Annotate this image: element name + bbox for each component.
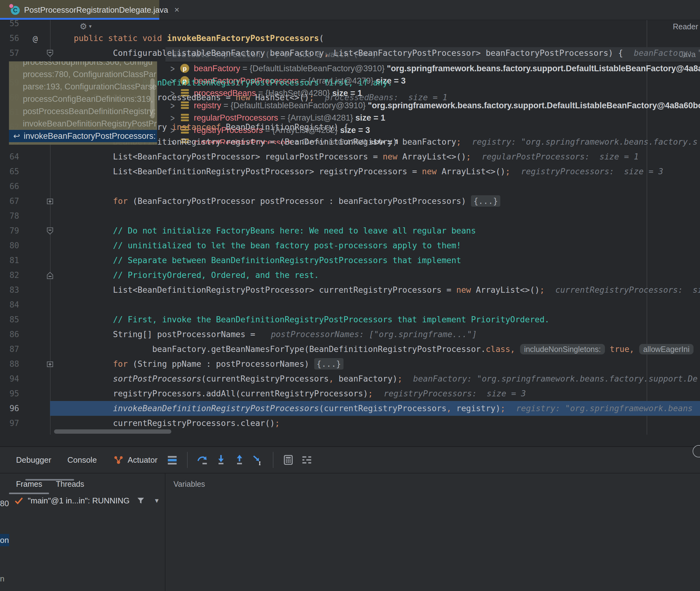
- code-line-96[interactable]: 96 invokeBeanDefinitionRegistryPostProce…: [0, 401, 700, 416]
- debugger-inline-hint: registry: "org.springframework.beans.fac…: [472, 137, 698, 146]
- code-line-86[interactable]: 86 String[] postProcessorNames = postPro…: [0, 327, 700, 342]
- code-line-64[interactable]: 64 List<BeanFactoryPostProcessor> regula…: [0, 149, 700, 164]
- debugger-inline-hint: currentRegistryProcessors: siz: [555, 285, 700, 294]
- line-number: 66: [0, 179, 19, 194]
- tab-close-icon[interactable]: ×: [174, 5, 179, 15]
- code-text[interactable]: beanFactory.getBeanNamesForType(BeanDefi…: [74, 342, 694, 356]
- code-line-85[interactable]: 85 // First, invoke the BeanDefinitionRe…: [0, 312, 700, 327]
- frame-row[interactable]: invokeBeanDefinitionRegistryPostPr: [9, 118, 157, 130]
- frame-row[interactable]: invokeBeanFactoryPostProcessors:: [9, 142, 157, 145]
- frame-row-selected[interactable]: ↩invokeBeanFactoryPostProcessors:: [9, 130, 157, 142]
- tab-postprocessorregistrationdelegate[interactable]: C PostProcessorRegistrationDelegate.java…: [0, 0, 159, 20]
- tab-threads[interactable]: Threads: [56, 473, 84, 495]
- code-token: beanFactory): [334, 374, 398, 383]
- code-token: registry): [451, 403, 500, 413]
- expand-chevron-icon[interactable]: >: [170, 62, 180, 75]
- frame-row[interactable]: processGroupImports:306, Configu: [9, 61, 157, 68]
- frames-scrollbar-thumb[interactable]: [150, 78, 155, 119]
- code-text[interactable]: sortPostProcessors(currentRegistryProces…: [74, 371, 698, 386]
- code-token: new: [383, 152, 398, 161]
- step-out-icon[interactable]: [233, 453, 246, 467]
- code-text[interactable]: List<BeanDefinitionRegistryPostProcessor…: [74, 164, 663, 179]
- code-line-84[interactable]: 84: [0, 298, 700, 312]
- debug-tool-window: Debugger Console Actuator: [0, 446, 700, 591]
- folded-block-chip[interactable]: {...}: [314, 358, 344, 370]
- code-line-81[interactable]: 81 // Separate between BeanDefinitionReg…: [0, 253, 700, 268]
- tab-frames[interactable]: Frames: [16, 473, 42, 495]
- code-line-94[interactable]: 94 sortPostProcessors(currentRegistryPro…: [0, 371, 700, 386]
- folded-block-chip[interactable]: {...}: [471, 195, 500, 207]
- code-text[interactable]: ConfigurableListableBeanFactory beanFact…: [74, 46, 700, 60]
- code-token: List<BeanFactoryPostProcessor> regularPo…: [113, 152, 383, 161]
- execution-stack-icon[interactable]: [165, 453, 179, 467]
- thread-selector-label: "main"@1 in...in": RUNNING: [28, 496, 130, 506]
- code-line-78[interactable]: 78: [0, 208, 700, 223]
- code-text[interactable]: List<BeanFactoryPostProcessor> regularPo…: [74, 149, 639, 164]
- code-text[interactable]: // uninitialized to let the bean factory…: [74, 238, 461, 253]
- clipped-frame-text: n: [0, 573, 9, 585]
- chevron-down-icon[interactable]: ▼: [154, 497, 160, 504]
- code-text[interactable]: List<BeanDefinitionRegistryPostProcessor…: [74, 282, 700, 298]
- code-line-67[interactable]: 67 for (BeanFactoryPostProcessor postPro…: [0, 194, 700, 208]
- code-line-57[interactable]: 57 ConfigurableListableBeanFactory beanF…: [0, 46, 700, 60]
- tab-actuator[interactable]: Actuator: [113, 454, 158, 465]
- code-text[interactable]: registryProcessors.addAll(currentRegistr…: [74, 386, 526, 401]
- code-text[interactable]: // First, invoke the BeanDefinitionRegis…: [74, 312, 549, 327]
- code-line-82[interactable]: 82 // PriorityOrdered, Ordered, and the …: [0, 268, 700, 282]
- step-into-icon[interactable]: [214, 453, 228, 467]
- code-token: registryProcessors.addAll(currentRegistr…: [113, 389, 368, 398]
- code-line-80[interactable]: 80 // uninitialized to let the bean fact…: [0, 238, 700, 253]
- frame-row[interactable]: process:780, ConfigurationClassPar: [9, 68, 157, 80]
- code-text[interactable]: currentRegistryProcessors.clear();: [74, 416, 280, 431]
- filter-funnel-icon[interactable]: [136, 496, 145, 505]
- horizontal-scrollbar-thumb[interactable]: [54, 430, 171, 434]
- fold-down-gutter-icon[interactable]: [46, 49, 54, 57]
- code-line-87[interactable]: 87 beanFactory.getBeanNamesForType(BeanD…: [0, 342, 700, 356]
- variable-row-beanFactory[interactable]: >pbeanFactory = {DefaultListableBeanFact…: [165, 62, 700, 75]
- code-text[interactable]: invokeBeanDefinitionRegistryPostProcesso…: [74, 401, 693, 416]
- step-over-icon[interactable]: [196, 453, 209, 467]
- debugger-inline-hint: beanFactory: "org.springframework.beans.…: [413, 374, 698, 383]
- code-line-95[interactable]: 95 registryProcessors.addAll(currentRegi…: [0, 386, 700, 401]
- layout-settings-icon[interactable]: [300, 453, 313, 467]
- debug-panel-headers: Frames Threads Variables: [0, 473, 700, 495]
- run-to-cursor-icon[interactable]: [251, 453, 265, 467]
- code-text[interactable]: public static void invokeBeanFactoryPost…: [74, 31, 324, 46]
- code-text[interactable]: for (String ppName : postProcessorNames)…: [74, 356, 344, 371]
- code-line-56[interactable]: 56@public static void invokeBeanFactoryP…: [0, 31, 700, 46]
- reader-mode-toggle[interactable]: Reader: [673, 20, 698, 33]
- frame-row[interactable]: parse:193, ConfigurationClassParse: [9, 80, 157, 93]
- frame-row[interactable]: processConfigBeanDefinitions:319,: [9, 93, 157, 105]
- code-line-97[interactable]: 97 currentRegistryProcessors.clear();: [0, 416, 700, 431]
- code-line-88[interactable]: 88 for (String ppName : postProcessorNam…: [0, 356, 700, 371]
- code-token: ;: [539, 285, 544, 294]
- tab-debugger[interactable]: Debugger: [16, 455, 51, 465]
- code-text[interactable]: String[] postProcessorNames = postProces…: [74, 327, 477, 342]
- fold-down-gutter-icon[interactable]: [46, 226, 54, 235]
- ide-window: 5556@public static void invokeBeanFactor…: [0, 0, 700, 591]
- line-number: 87: [0, 342, 19, 356]
- code-token: invokeBeanFactoryPostProcessors: [167, 33, 319, 43]
- line-number: 78: [0, 208, 19, 223]
- thread-selector[interactable]: "main"@1 in...in": RUNNING ▼: [0, 494, 165, 508]
- fold-plus-gutter-icon[interactable]: [46, 197, 54, 205]
- code-vision-gear-icon[interactable]: ⚙▾: [80, 21, 92, 31]
- code-token: new: [422, 167, 437, 176]
- tab-console[interactable]: Console: [67, 455, 97, 465]
- frame-row[interactable]: postProcessBeanDefinitionRegistry:: [9, 105, 157, 118]
- code-text[interactable]: // PriorityOrdered, Ordered, and the res…: [74, 268, 319, 282]
- pane-splitter[interactable]: [165, 473, 165, 591]
- fold-plus-gutter-icon[interactable]: [46, 359, 54, 368]
- panel-options-icon[interactable]: [693, 445, 700, 457]
- code-text[interactable]: // Do not initialize FactoryBeans here: …: [74, 223, 476, 238]
- code-text[interactable]: // Separate between BeanDefinitionRegist…: [74, 253, 461, 268]
- code-line-79[interactable]: 79 // Do not initialize FactoryBeans her…: [0, 223, 700, 238]
- code-token: class,: [486, 344, 515, 354]
- fold-up-gutter-icon[interactable]: [46, 271, 54, 279]
- code-text[interactable]: for (BeanFactoryPostProcessor postProces…: [74, 194, 500, 208]
- code-line-65[interactable]: 65 List<BeanDefinitionRegistryPostProces…: [0, 164, 700, 179]
- evaluate-expression-icon[interactable]: [282, 453, 295, 467]
- code-text[interactable]: BeanDefinitionRegistry registry = (BeanD…: [74, 134, 698, 149]
- code-line-83[interactable]: 83 List<BeanDefinitionRegistryPostProces…: [0, 282, 700, 298]
- code-line-66[interactable]: 66: [0, 179, 700, 194]
